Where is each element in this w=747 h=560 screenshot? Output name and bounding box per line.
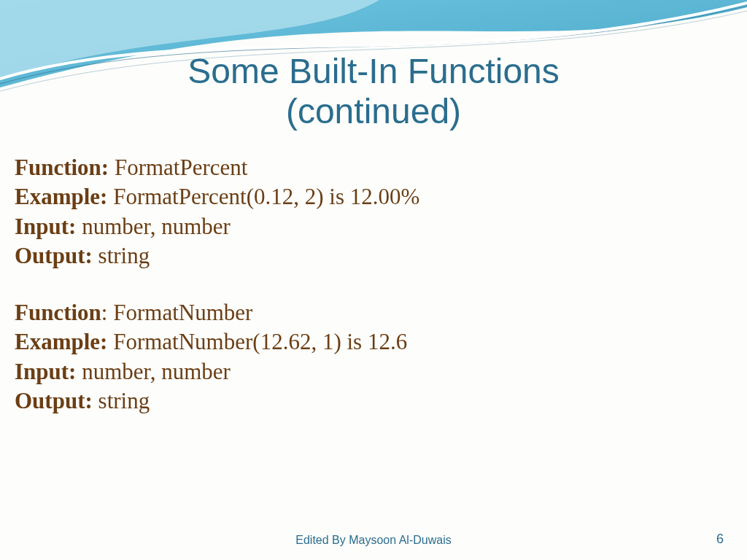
function-line: Function: FormatPercent: [15, 153, 732, 182]
function-label: Function: [15, 300, 101, 325]
input-value: number, number: [76, 214, 230, 239]
input-value: number, number: [76, 359, 230, 384]
output-label: Output:: [15, 388, 93, 413]
slide-content: Function: FormatPercent Example: FormatP…: [15, 153, 732, 443]
function-sep: :: [101, 300, 113, 325]
input-label: Input:: [15, 359, 76, 384]
function-label: Function:: [15, 155, 109, 180]
example-label: Example:: [15, 184, 107, 209]
title-line-2: (continued): [286, 92, 461, 131]
input-label: Input:: [15, 214, 76, 239]
input-line: Input: number, number: [15, 357, 732, 386]
output-label: Output:: [15, 243, 93, 268]
page-number: 6: [716, 532, 724, 547]
output-value: string: [93, 388, 150, 413]
function-block-1: Function: FormatPercent Example: FormatP…: [15, 153, 732, 271]
example-line: Example: FormatPercent(0.12, 2) is 12.00…: [15, 182, 732, 211]
slide-title: Some Built-In Functions (continued): [0, 51, 747, 131]
input-line: Input: number, number: [15, 212, 732, 241]
example-label: Example:: [15, 329, 107, 354]
title-line-1: Some Built-In Functions: [187, 52, 560, 90]
function-block-2: Function: FormatNumber Example: FormatNu…: [15, 298, 732, 416]
output-value: string: [93, 243, 150, 268]
example-value: FormatPercent(0.12, 2) is 12.00%: [107, 184, 419, 209]
footer-credit: Edited By Maysoon Al-Duwais: [0, 534, 747, 547]
function-value: FormatNumber: [113, 300, 252, 325]
example-value: FormatNumber(12.62, 1) is 12.6: [107, 329, 407, 354]
output-line: Output: string: [15, 241, 732, 271]
function-line: Function: FormatNumber: [15, 298, 732, 327]
output-line: Output: string: [15, 386, 732, 416]
example-line: Example: FormatNumber(12.62, 1) is 12.6: [15, 327, 732, 357]
function-value: FormatPercent: [109, 155, 247, 180]
